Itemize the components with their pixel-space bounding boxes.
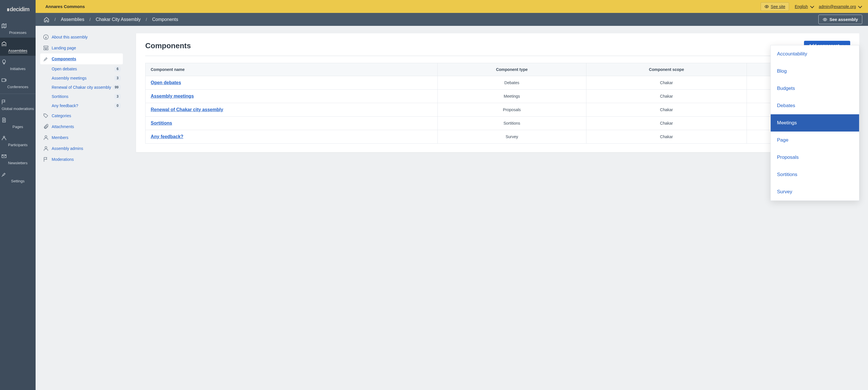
rail-item-label: Initiatives: [1, 67, 34, 71]
users-icon: [1, 135, 34, 141]
table-row: Any feedback?SurveyChakar: [146, 130, 850, 144]
svg-point-0: [766, 6, 767, 7]
components-table: Component name Component type Component …: [145, 63, 850, 144]
dropdown-item-blog[interactable]: Blog: [771, 63, 859, 80]
dropdown-item-survey[interactable]: Survey: [771, 183, 859, 201]
sub-item[interactable]: Any feedback?0: [52, 101, 123, 110]
info-icon: [43, 34, 49, 40]
lightbulb-icon: [1, 59, 34, 65]
sidebar-item-components[interactable]: Components: [40, 53, 123, 64]
sub-item[interactable]: Open debates6: [52, 64, 123, 73]
page-title: Components: [145, 41, 191, 50]
dropdown-item-accountability[interactable]: Accountability: [771, 46, 859, 63]
rail-item-participants[interactable]: Participants: [0, 132, 36, 150]
table-row: SortitionsSortitionsChakar: [146, 117, 850, 130]
dropdown-item-debates[interactable]: Debates: [771, 97, 859, 114]
tools-icon: [1, 172, 34, 177]
rail-item-label: Settings: [1, 179, 34, 183]
user-icon: [43, 146, 49, 151]
cell-name: Sortitions: [146, 117, 438, 130]
count-badge: 6: [115, 66, 121, 71]
breadcrumb-bar: / Assemblies / Chakar City Assembly / Co…: [36, 13, 868, 26]
rail-item-label: Participants: [1, 143, 34, 147]
count-badge: 99: [113, 85, 121, 90]
sidebar-item-members[interactable]: Members: [40, 132, 123, 143]
flag-icon: [43, 156, 49, 162]
rail-group-1: ProcessesAssembliesInitiativesConference…: [0, 20, 36, 92]
rail-item-initiatives[interactable]: Initiatives: [0, 56, 36, 74]
user-icon: [43, 146, 49, 151]
secondary-sidebar: About this assemblyLanding pageComponent…: [36, 26, 127, 390]
breadcrumb-components[interactable]: Components: [152, 17, 178, 22]
map-icon: [1, 23, 34, 29]
sidebar-item-attachments[interactable]: Attachments: [40, 121, 123, 132]
user-menu[interactable]: admin@example.org: [819, 4, 861, 9]
sidebar-item-categories[interactable]: Categories: [40, 110, 123, 121]
rail-item-settings[interactable]: Settings: [0, 168, 36, 186]
sidebar-item-assembly-admins[interactable]: Assembly admins: [40, 143, 123, 154]
mail-icon: [1, 153, 7, 159]
table-header-row: Component name Component type Component …: [146, 63, 850, 76]
svg-point-1: [825, 19, 826, 20]
rail-item-assemblies[interactable]: Assemblies: [0, 38, 36, 56]
sidebar-item-about-this-assembly[interactable]: About this assembly: [40, 32, 123, 42]
table-row: Renewal of Chakar city assemblyProposals…: [146, 103, 850, 117]
cell-name: Renewal of Chakar city assembly: [146, 103, 438, 117]
component-link[interactable]: Assembly meetings: [151, 94, 194, 98]
cell-name: Assembly meetings: [146, 90, 438, 103]
sub-item-label: Any feedback?: [52, 103, 79, 108]
breadcrumb-assemblies[interactable]: Assemblies: [61, 17, 84, 22]
sidebar-item-label: Assembly admins: [52, 146, 83, 151]
component-link[interactable]: Renewal of Chakar city assembly: [151, 107, 223, 112]
sub-item-label: Assembly meetings: [52, 76, 86, 81]
dropdown-item-meetings[interactable]: Meetings: [771, 114, 859, 131]
sub-item[interactable]: Sortitions3: [52, 92, 123, 101]
content-area: Components Add component Component name: [127, 26, 868, 390]
sidebar-item-moderations[interactable]: Moderations: [40, 154, 123, 165]
top-bar: Annares Commons See site English admin@e…: [36, 0, 868, 13]
see-assembly-button[interactable]: See assembly: [818, 14, 862, 24]
user-icon: [43, 135, 49, 141]
component-link[interactable]: Any feedback?: [151, 134, 183, 139]
sub-item-label: Open debates: [52, 67, 77, 71]
sidebar-item-landing-page[interactable]: Landing page: [40, 42, 123, 53]
sidebar-item-label: About this assembly: [52, 35, 88, 39]
file-icon: [1, 117, 7, 123]
dropdown-item-budgets[interactable]: Budgets: [771, 80, 859, 97]
see-site-link[interactable]: See site: [761, 2, 789, 11]
mail-icon: [1, 153, 34, 159]
cell-scope: Chakar: [586, 103, 747, 117]
breadcrumb-assembly-name[interactable]: Chakar City Assembly: [96, 17, 141, 22]
sidebar-item-label: Landing page: [52, 46, 76, 50]
dropdown-item-page[interactable]: Page: [771, 131, 859, 149]
brand: ∎decidim: [6, 0, 30, 20]
table-row: Assembly meetingsMeetingsChakar: [146, 90, 850, 103]
component-link[interactable]: Sortitions: [151, 121, 172, 125]
col-name: Component name: [146, 63, 438, 76]
sub-item[interactable]: Renewal of Chakar city assembly99: [52, 83, 123, 92]
language-selector[interactable]: English: [795, 4, 813, 9]
clip-icon: [43, 124, 49, 129]
dropdown-item-sortitions[interactable]: Sortitions: [771, 166, 859, 183]
tools-icon: [43, 56, 49, 62]
panel-divider: [145, 56, 850, 56]
flag-icon: [1, 99, 34, 105]
rail-item-pages[interactable]: Pages: [0, 114, 36, 132]
rail-item-newsletters[interactable]: Newsletters: [0, 150, 36, 168]
rail-item-label: Assemblies: [1, 49, 34, 53]
video-icon: [1, 77, 34, 83]
flag-icon: [1, 99, 7, 105]
rail-item-processes[interactable]: Processes: [0, 20, 36, 38]
rail-item-conferences[interactable]: Conferences: [0, 74, 36, 92]
table-row: Open debatesDebatesChakar: [146, 76, 850, 90]
rail-item-global-moderations[interactable]: Global moderations: [0, 96, 36, 114]
info-icon: [43, 34, 49, 40]
breadcrumb-home[interactable]: [43, 17, 50, 22]
count-badge: 3: [115, 76, 121, 81]
component-link[interactable]: Open debates: [151, 80, 181, 85]
dropdown-item-proposals[interactable]: Proposals: [771, 149, 859, 166]
tools-icon: [43, 56, 49, 62]
panel-header: Components Add component: [145, 41, 850, 51]
cell-type: Debates: [437, 76, 586, 90]
sub-item[interactable]: Assembly meetings3: [52, 73, 123, 83]
